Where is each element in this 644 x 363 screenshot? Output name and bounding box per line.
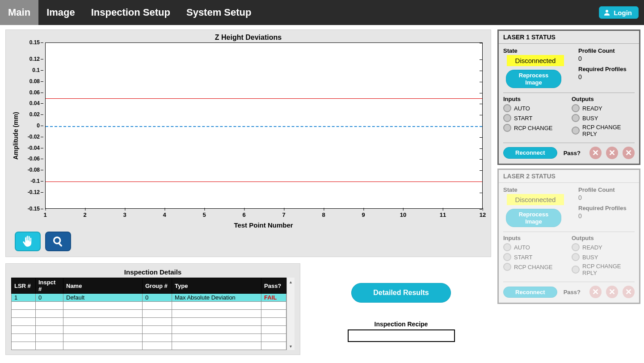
output-item: BUSY bbox=[572, 253, 635, 261]
state-value: Disconnected bbox=[507, 55, 564, 66]
fail-indicator-icon: ✕ bbox=[606, 147, 618, 159]
outputs-label: Outputs bbox=[572, 235, 635, 241]
input-item: START bbox=[503, 114, 566, 122]
required-profiles-label: Required Profiles bbox=[578, 205, 635, 211]
table-row[interactable] bbox=[12, 342, 286, 350]
col-pass[interactable]: Pass? bbox=[261, 278, 286, 294]
table-scrollbar[interactable]: ▴ ▾ bbox=[286, 278, 295, 350]
x-tick: 8 bbox=[322, 211, 325, 218]
svg-rect-2 bbox=[58, 242, 63, 247]
reconnect-button[interactable]: Reconnect bbox=[503, 147, 557, 159]
reconnect-button[interactable]: Reconnect bbox=[503, 287, 557, 298]
input-item: RCP CHANGE bbox=[503, 124, 566, 132]
x-tick: 11 bbox=[440, 211, 446, 218]
y-tick: -0.04 bbox=[28, 145, 40, 151]
col-lsr[interactable]: LSR # bbox=[12, 278, 36, 294]
reprocess-image-button[interactable]: ReprocessImage bbox=[506, 209, 561, 227]
chart-x-axis-label: Test Point Number bbox=[20, 221, 485, 229]
led-icon bbox=[503, 263, 511, 271]
state-value: Disconnected bbox=[507, 194, 564, 205]
state-label: State bbox=[503, 47, 573, 54]
input-item: START bbox=[503, 253, 566, 261]
scroll-up-icon[interactable]: ▴ bbox=[287, 278, 295, 286]
fail-indicator-icon: ✕ bbox=[589, 147, 602, 159]
table-row[interactable]: 10Default0Max Absolute DeviationFAIL bbox=[12, 294, 286, 302]
top-navbar: Main Image Inspection Setup System Setup… bbox=[0, 0, 644, 25]
y-tick: 0.08 bbox=[29, 78, 40, 84]
table-row[interactable] bbox=[12, 318, 286, 326]
chart-ref-line bbox=[46, 98, 482, 99]
tab-inspection-setup[interactable]: Inspection Setup bbox=[83, 0, 178, 25]
reprocess-image-button[interactable]: ReprocessImage bbox=[506, 70, 561, 88]
login-label: Login bbox=[614, 9, 632, 17]
cell-name: Default bbox=[63, 294, 143, 302]
required-profiles-value: 0 bbox=[578, 212, 635, 219]
output-item: READY bbox=[572, 243, 635, 251]
y-tick: -0.08 bbox=[28, 167, 40, 173]
col-type[interactable]: Type bbox=[172, 278, 261, 294]
y-tick: 0.06 bbox=[29, 89, 40, 96]
detailed-results-button[interactable]: Detailed Results bbox=[351, 283, 450, 303]
required-profiles-value: 0 bbox=[578, 73, 635, 80]
x-tick: 10 bbox=[400, 211, 406, 218]
login-button[interactable]: Login bbox=[599, 6, 639, 19]
cell-lsr: 1 bbox=[12, 294, 36, 302]
led-icon bbox=[572, 266, 580, 274]
col-name[interactable]: Name bbox=[63, 278, 143, 294]
pass-label: Pass? bbox=[564, 150, 581, 156]
inputs-label: Inputs bbox=[503, 235, 566, 241]
chart-title: Z Height Deviations bbox=[11, 34, 485, 42]
y-tick: 0 bbox=[37, 122, 40, 129]
led-icon bbox=[503, 104, 511, 112]
profile-count-label: Profile Count bbox=[578, 47, 635, 54]
pass-label: Pass? bbox=[564, 289, 581, 295]
pan-tool-button[interactable] bbox=[15, 232, 41, 251]
tab-image[interactable]: Image bbox=[38, 0, 83, 25]
zoom-tool-button[interactable] bbox=[45, 232, 71, 251]
cell-group: 0 bbox=[143, 294, 172, 302]
table-row[interactable] bbox=[12, 326, 286, 334]
inputs-label: Inputs bbox=[503, 96, 566, 102]
chart-y-axis-label: Amplitude (mm) bbox=[11, 42, 20, 229]
outputs-label: Outputs bbox=[572, 96, 635, 102]
input-item: AUTO bbox=[503, 243, 566, 251]
y-tick: 0.04 bbox=[29, 100, 40, 106]
led-icon bbox=[503, 253, 511, 261]
x-tick: 9 bbox=[362, 211, 365, 218]
y-tick: 0.15 bbox=[29, 39, 40, 46]
inspection-details-table[interactable]: LSR # Inspct # Name Group # Type Pass? 1… bbox=[11, 278, 286, 350]
tab-system-setup[interactable]: System Setup bbox=[178, 0, 260, 25]
scroll-down-icon[interactable]: ▾ bbox=[287, 342, 295, 350]
tab-main[interactable]: Main bbox=[0, 0, 38, 25]
profile-count-label: Profile Count bbox=[578, 186, 635, 193]
y-tick: 0.1 bbox=[32, 67, 40, 73]
col-group[interactable]: Group # bbox=[143, 278, 172, 294]
inspection-details-panel: Inspection Details LSR # Inspct # Name G… bbox=[5, 263, 300, 355]
led-icon bbox=[503, 124, 511, 132]
input-item: AUTO bbox=[503, 104, 566, 112]
cell-type: Max Absolute Deviation bbox=[172, 294, 261, 302]
fail-indicator-icon: ✕ bbox=[606, 286, 618, 298]
x-tick: 12 bbox=[480, 211, 486, 218]
svg-point-1 bbox=[54, 237, 60, 244]
led-icon bbox=[503, 114, 511, 122]
x-tick: 2 bbox=[83, 211, 86, 218]
laser2-status-panel: LASER 2 STATUSStateDisconnectedReprocess… bbox=[497, 169, 640, 304]
table-row[interactable] bbox=[12, 310, 286, 318]
chart-panel: Z Height Deviations Amplitude (mm) 0.150… bbox=[5, 30, 491, 257]
inspection-recipe-input[interactable] bbox=[348, 329, 455, 342]
table-row[interactable] bbox=[12, 334, 286, 342]
user-icon bbox=[603, 8, 611, 17]
cell-pass: FAIL bbox=[261, 294, 286, 302]
x-tick: 6 bbox=[242, 211, 245, 218]
laser1-status-panel: LASER 1 STATUSStateDisconnectedReprocess… bbox=[497, 30, 640, 165]
x-tick: 4 bbox=[163, 211, 166, 218]
col-inspct[interactable]: Inspct # bbox=[36, 278, 63, 294]
table-row[interactable] bbox=[12, 302, 286, 310]
x-tick: 7 bbox=[282, 211, 285, 218]
hand-icon bbox=[21, 235, 34, 248]
chart-plot[interactable]: 0.150.120.10.080.060.040.020-0.02-0.04-0… bbox=[20, 42, 485, 221]
laser2-header: LASER 2 STATUS bbox=[499, 170, 639, 183]
x-tick: 5 bbox=[202, 211, 206, 218]
fail-indicator-icon: ✕ bbox=[623, 147, 635, 159]
